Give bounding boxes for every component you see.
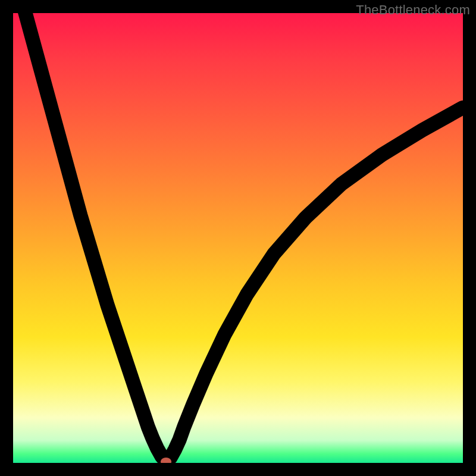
chart-svg [13,13,463,463]
chart-frame: TheBottleneck.com [0,0,476,476]
watermark-text: TheBottleneck.com [356,2,470,18]
bottleneck-curve [13,13,463,462]
plot-area [13,13,463,463]
